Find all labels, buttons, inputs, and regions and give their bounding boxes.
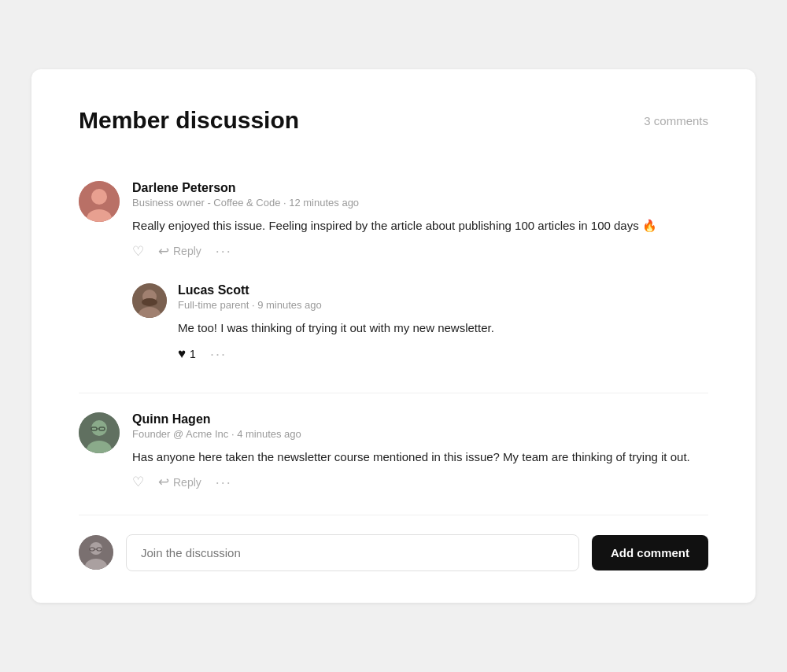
current-user-avatar: [79, 535, 113, 570]
comment-author-name: Darlene Peterson: [132, 181, 708, 195]
reply-author-name: Lucas Scott: [178, 283, 708, 297]
reply-label: Reply: [173, 476, 201, 489]
add-comment-button[interactable]: Add comment: [592, 535, 708, 570]
like-button[interactable]: ♡: [132, 245, 144, 258]
reply-label: Reply: [173, 245, 201, 257]
comment-actions: ♡ ↩ Reply ···: [132, 475, 708, 489]
comment-input[interactable]: [126, 534, 579, 571]
avatar: [79, 412, 120, 453]
comments-count: 3 comments: [644, 114, 708, 127]
more-button[interactable]: ···: [216, 244, 232, 258]
svg-point-1: [91, 189, 107, 205]
comment-actions: ♡ ↩ Reply ···: [132, 244, 708, 258]
reply-body: Lucas Scott Full-time parent · 9 minutes…: [178, 283, 708, 360]
comment-item: Darlene Peterson Business owner - Coffee…: [79, 162, 708, 393]
more-button[interactable]: ···: [210, 347, 227, 361]
reply-icon: ↩: [158, 245, 169, 258]
comment-meta: Business owner - Coffee & Code · 12 minu…: [132, 197, 708, 209]
reply-item: Lucas Scott Full-time parent · 9 minutes…: [132, 271, 708, 373]
reply-icon: ↩: [158, 475, 169, 489]
comment-item: Quinn Hagen Founder @ Acme Inc · 4 minut…: [79, 393, 708, 508]
page-header: Member discussion 3 comments: [79, 107, 708, 134]
like-button[interactable]: ♡: [132, 475, 144, 489]
avatar: [79, 181, 120, 222]
comment-text: Really enjoyed this issue. Feeling inspi…: [132, 216, 708, 234]
page-title: Member discussion: [79, 107, 299, 134]
svg-point-6: [142, 298, 157, 306]
reply-meta: Full-time parent · 9 minutes ago: [178, 299, 708, 311]
svg-point-14: [90, 542, 102, 555]
discussion-card: Member discussion 3 comments Darlene Pet…: [31, 69, 756, 603]
comment-meta: Founder @ Acme Inc · 4 minutes ago: [132, 428, 708, 440]
reply-text: Me too! I was thinking of trying it out …: [178, 319, 708, 337]
more-button[interactable]: ···: [216, 475, 232, 489]
comment-list: Darlene Peterson Business owner - Coffee…: [79, 162, 708, 508]
comment-body: Quinn Hagen Founder @ Acme Inc · 4 minut…: [132, 412, 708, 489]
heart-icon: ♡: [132, 475, 144, 489]
comment-author-name: Quinn Hagen: [132, 412, 708, 426]
reply-button[interactable]: ↩ Reply: [158, 475, 201, 489]
comment-input-row: Add comment: [79, 515, 708, 571]
reply-actions: ♥ 1 ···: [178, 347, 708, 361]
heart-filled-icon: ♥: [178, 347, 186, 360]
reply-button[interactable]: ↩ Reply: [158, 245, 201, 258]
comment-text: Has anyone here taken the newsletter cou…: [132, 448, 708, 466]
comment-body: Darlene Peterson Business owner - Coffee…: [132, 181, 708, 374]
heart-icon: ♡: [132, 245, 144, 258]
like-count: 1: [190, 348, 196, 360]
replies: Lucas Scott Full-time parent · 9 minutes…: [132, 271, 708, 373]
avatar: [132, 283, 167, 318]
like-button[interactable]: ♥ 1: [178, 347, 196, 360]
